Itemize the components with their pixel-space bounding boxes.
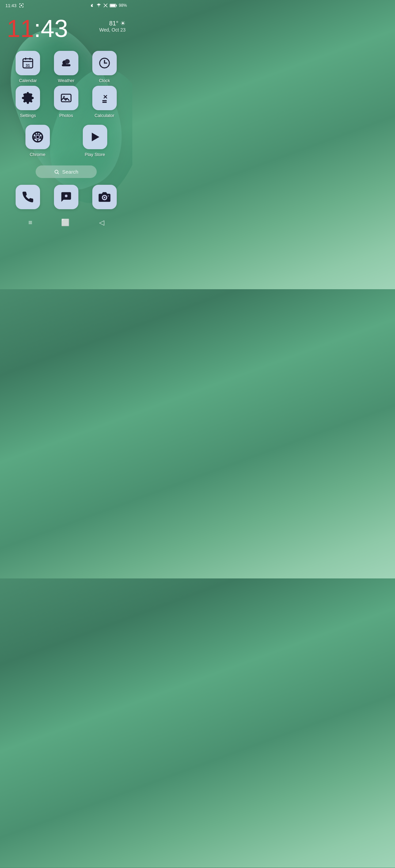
svg-line-44: [58, 173, 59, 174]
svg-rect-5: [19, 6, 20, 7]
messages-icon-bg: [54, 185, 78, 209]
camera-icon: [98, 191, 111, 203]
app-grid-bottom: Chrome Play Store: [0, 121, 132, 160]
playstore-label: Play Store: [85, 152, 105, 157]
signal-x-icon: [103, 3, 108, 8]
svg-point-48: [108, 195, 109, 196]
messages-icon: [60, 191, 73, 203]
nav-back-button[interactable]: ◁: [99, 218, 104, 226]
app-calendar[interactable]: 31 Calendar: [10, 51, 46, 83]
clock-minute: 43: [41, 15, 68, 42]
wifi-icon: [96, 3, 101, 8]
status-time: 11:43: [5, 3, 17, 8]
svg-point-47: [104, 197, 105, 198]
status-bar: 11:43: [0, 0, 132, 9]
app-playstore[interactable]: Play Store: [68, 125, 122, 157]
app-calculator[interactable]: ✕ Calculator: [87, 86, 122, 118]
chrome-icon: [31, 131, 44, 143]
svg-text:✕: ✕: [103, 94, 108, 100]
playstore-icon: [89, 131, 101, 143]
app-weather[interactable]: Weather: [49, 51, 84, 83]
svg-point-28: [63, 96, 65, 98]
svg-rect-27: [61, 94, 71, 102]
svg-rect-8: [21, 5, 22, 6]
svg-rect-1: [19, 3, 20, 5]
svg-marker-42: [92, 133, 99, 141]
chrome-icon-bg: [25, 125, 50, 149]
photos-label: Photos: [59, 113, 73, 118]
weather-date: Wed, Oct 23: [99, 27, 126, 33]
settings-label: Settings: [20, 113, 36, 118]
clock-label: Clock: [99, 78, 110, 83]
search-icon: [54, 169, 59, 175]
search-pill[interactable]: Search: [36, 165, 97, 178]
battery-icon: [110, 3, 117, 8]
weather-icon-bg: [54, 51, 78, 75]
weather-widget[interactable]: 81° ☀ Wed, Oct 23: [99, 16, 126, 33]
photos-icon-bg: [54, 86, 78, 110]
nav-home-button[interactable]: ⬜: [61, 218, 70, 226]
bluetooth-icon: [90, 3, 94, 8]
svg-rect-13: [110, 4, 115, 6]
dock: [0, 181, 132, 214]
search-bar-container: Search: [0, 160, 132, 181]
svg-point-41: [36, 136, 39, 138]
weather-label: Weather: [58, 78, 75, 83]
app-chrome[interactable]: Chrome: [10, 125, 65, 157]
phone-icon: [21, 191, 34, 203]
battery-percent: 98%: [119, 3, 127, 8]
photos-icon: [60, 92, 73, 104]
screenshot-icon: [19, 3, 24, 8]
nav-menu-button[interactable]: ≡: [28, 219, 32, 226]
nav-bar: ≡ ⬜ ◁: [0, 214, 132, 233]
settings-icon: [21, 92, 34, 104]
clock-icon-bg: [92, 51, 117, 75]
calendar-label: Calendar: [19, 78, 37, 83]
calendar-icon: 31: [21, 57, 34, 70]
calculator-icon: ✕: [98, 92, 111, 104]
app-settings[interactable]: Settings: [10, 86, 46, 118]
calendar-icon-bg: 31: [16, 51, 40, 75]
svg-rect-22: [62, 64, 70, 66]
camera-icon-bg: [92, 185, 117, 209]
clock-weather-widget: 11:43 81° ☀ Wed, Oct 23: [0, 9, 132, 44]
svg-point-9: [98, 6, 99, 7]
svg-text:31: 31: [26, 63, 30, 67]
weather-temp: 81° ☀: [99, 20, 126, 27]
svg-point-21: [65, 59, 70, 64]
clock-colon: :: [34, 15, 41, 42]
phone-icon-bg: [16, 185, 40, 209]
dock-messages[interactable]: [49, 185, 84, 209]
dock-phone[interactable]: [10, 185, 46, 209]
chrome-label: Chrome: [30, 152, 45, 157]
app-photos[interactable]: Photos: [49, 86, 84, 118]
search-label: Search: [62, 169, 78, 175]
svg-rect-7: [23, 6, 23, 7]
dock-camera[interactable]: [87, 185, 122, 209]
calculator-icon-bg: ✕: [92, 86, 117, 110]
status-left: 11:43: [5, 3, 24, 8]
weather-icon: [60, 57, 73, 70]
status-right: 98%: [90, 3, 127, 8]
playstore-icon-bg: [83, 125, 107, 149]
svg-point-45: [65, 195, 68, 197]
clock-hour: 11: [7, 15, 34, 42]
app-clock[interactable]: Clock: [87, 51, 122, 83]
main-clock: 11:43: [7, 16, 68, 41]
svg-rect-14: [116, 5, 117, 6]
clock-icon: [98, 57, 111, 70]
svg-rect-3: [23, 3, 23, 5]
calculator-label: Calculator: [94, 113, 114, 118]
settings-icon-bg: [16, 86, 40, 110]
app-grid: 31 Calendar Weather Clock: [0, 44, 132, 121]
